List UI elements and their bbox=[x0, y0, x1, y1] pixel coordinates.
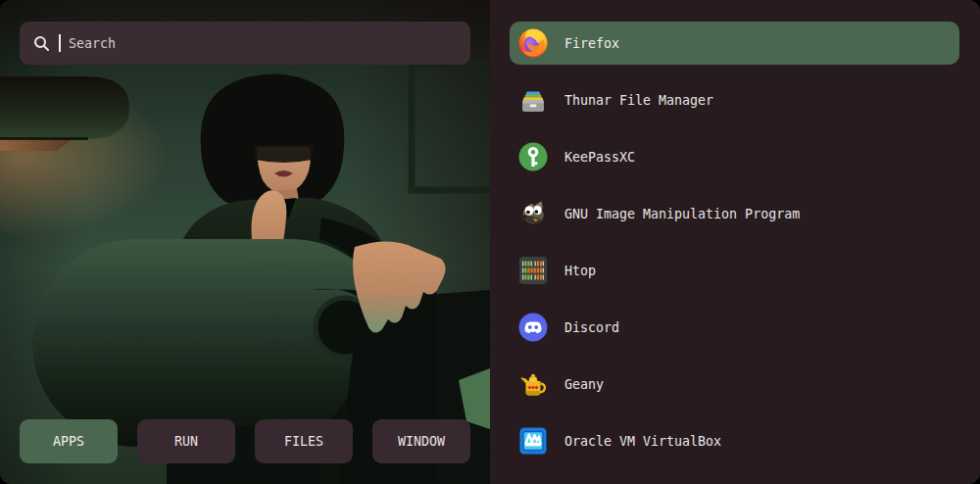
app-row-thunar[interactable]: Thunar File Manager bbox=[510, 78, 959, 121]
app-label: GNU Image Manipulation Program bbox=[564, 207, 800, 221]
mode-button-files[interactable]: FILES bbox=[255, 419, 353, 463]
app-row-virtualbox[interactable]: Oracle VM VirtualBox bbox=[510, 419, 959, 462]
gimp-icon bbox=[517, 198, 549, 229]
app-label: Htop bbox=[564, 264, 596, 278]
app-label: Discord bbox=[564, 320, 619, 335]
wallpaper-illustration bbox=[0, 0, 490, 484]
app-row-geany[interactable]: Geany bbox=[510, 363, 959, 406]
search-bar[interactable] bbox=[20, 22, 470, 65]
app-label: Geany bbox=[564, 377, 604, 392]
firefox-icon bbox=[517, 27, 549, 59]
search-icon bbox=[33, 35, 50, 52]
launcher-left-panel: APPS RUN FILES WINDOW bbox=[0, 0, 490, 484]
app-row-gimp[interactable]: GNU Image Manipulation Program bbox=[510, 192, 959, 235]
text-cursor bbox=[59, 34, 61, 52]
app-launcher-window: APPS RUN FILES WINDOW bbox=[0, 0, 980, 484]
app-row-keepassxc[interactable]: KeePassXC bbox=[510, 135, 959, 178]
app-label: Oracle VM VirtualBox bbox=[564, 434, 721, 449]
app-label: Thunar File Manager bbox=[564, 93, 713, 108]
discord-icon bbox=[517, 312, 549, 343]
app-label: Firefox bbox=[564, 36, 619, 51]
app-list-panel: Firefox Thunar File Manager bbox=[490, 0, 980, 484]
search-input[interactable] bbox=[69, 36, 457, 51]
thunar-icon bbox=[517, 84, 549, 116]
mode-button-window[interactable]: WINDOW bbox=[372, 419, 470, 463]
app-row-htop[interactable]: Htop bbox=[510, 249, 959, 292]
keepassxc-icon bbox=[517, 141, 549, 172]
app-row-firefox[interactable]: Firefox bbox=[510, 22, 959, 65]
mode-button-apps[interactable]: APPS bbox=[20, 419, 118, 463]
geany-icon bbox=[517, 368, 549, 400]
app-row-discord[interactable]: Discord bbox=[510, 306, 959, 349]
app-label: KeePassXC bbox=[564, 150, 635, 165]
mode-button-run[interactable]: RUN bbox=[137, 419, 235, 463]
virtualbox-icon bbox=[517, 425, 549, 457]
htop-icon bbox=[517, 255, 549, 286]
mode-switcher: APPS RUN FILES WINDOW bbox=[20, 419, 470, 463]
